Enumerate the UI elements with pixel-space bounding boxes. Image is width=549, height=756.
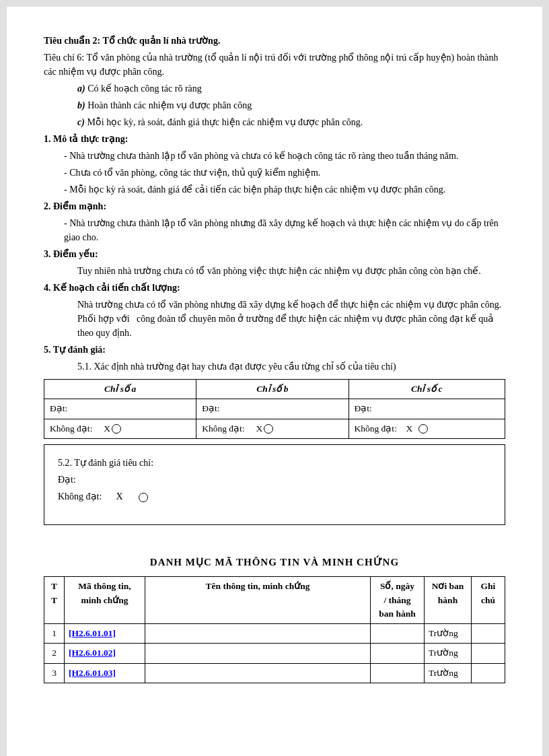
section1-p2: - Chưa có tổ văn phòng, công tác thư việ…: [64, 166, 505, 180]
row3-tt: 3: [44, 663, 65, 683]
row2-c: Không đạt: X: [349, 419, 505, 438]
row2-tt: 2: [44, 644, 65, 663]
row2-ten: [145, 644, 371, 663]
section5-title: 5. Tự đánh giá:: [44, 343, 505, 357]
criteria-table: Chỉ số a Chỉ số b Chỉ số c Đạt: Đạt: Đạt…: [44, 379, 505, 439]
col-noi: Nơi banhành: [425, 577, 472, 624]
circle-icon-c: [418, 424, 428, 434]
section1-title: 1. Mô tả thực trạng:: [44, 132, 505, 146]
section1-p1: - Nhà trường chưa thành lập tổ văn phòng…: [64, 149, 505, 163]
circle-icon-a: [112, 424, 121, 434]
section4-title: 4. Kế hoạch cải tiến chất lượng:: [44, 281, 505, 295]
row1-so-ngay: [371, 624, 425, 644]
col-ghi-chu: Ghichú: [472, 577, 505, 624]
section-sub: Tiêu chí 6: Tổ văn phòng của nhà trường …: [44, 50, 505, 79]
row3-ghi-chu: [472, 663, 505, 683]
row2-so-ngay: [371, 644, 425, 663]
section4-p1: Nhà trường chưa có tổ văn phòng nhưng đã…: [77, 298, 505, 340]
self-eval-dat: Đạt:: [58, 473, 491, 487]
section3-p1: Tuy nhiên nhà trường chưa có tổ văn phòn…: [77, 264, 505, 278]
section2-p1: - Nhà trường chưa thành lập tổ văn phòng…: [64, 216, 505, 244]
table-row: 2 [H2.6.01.02] Trường: [44, 644, 505, 663]
section-heading: Tiêu chuẩn 2: Tổ chức quản lí nhà trường…: [44, 34, 505, 48]
col-header-c: Chỉ số c: [349, 380, 505, 399]
self-eval-box: 5.2. Tự đánh giá tiêu chí: Đạt: Không đạ…: [44, 444, 505, 525]
row1-ghi-chu: [472, 624, 505, 644]
row1-c: Đạt:: [349, 399, 505, 419]
col-header-a: Chỉ số a: [44, 380, 196, 399]
row1-a: Đạt:: [44, 399, 196, 419]
table-row: 3 [H2.6.01.03] Trường: [44, 663, 505, 683]
page: Tiêu chuẩn 2: Tổ chức quản lí nhà trường…: [7, 7, 542, 756]
section5-sub: 5.1. Xác định nhà trường đạt hay chưa đạ…: [77, 359, 505, 374]
row2-noi: Trường: [425, 644, 472, 663]
row3-ten: [145, 663, 371, 683]
row3-noi: Trường: [425, 663, 472, 683]
row2-ma: [H2.6.01.02]: [65, 644, 145, 663]
circle-icon-self-eval: [139, 493, 148, 502]
row3-ma: [H2.6.01.03]: [65, 663, 145, 683]
col-ten: Tên thông tin, minh chứng: [145, 577, 371, 624]
section3-title: 3. Điểm yếu:: [44, 247, 505, 261]
row2-a: Không đạt: X: [44, 419, 196, 438]
row1-tt: 1: [44, 624, 65, 644]
col-tt: TT: [44, 577, 65, 624]
col-so-ngay: Số, ngày/ thángban hành: [371, 577, 425, 624]
section2-title: 2. Điểm mạnh:: [44, 199, 505, 213]
danh-muc-title: DANH MỤC MÃ THÔNG TIN VÀ MINH CHỨNG: [44, 555, 505, 570]
criteria-a: a) Có kế hoạch công tác rõ ràng: [77, 81, 505, 96]
evidence-table: TT Mã thông tin,minh chứng Tên thông tin…: [44, 576, 505, 683]
criteria-b: b) Hoàn thành các nhiệm vụ được phân côn…: [77, 98, 505, 112]
self-eval-52-title: 5.2. Tự đánh giá tiêu chí:: [58, 456, 491, 470]
row1-b: Đạt:: [196, 399, 349, 419]
row1-noi: Trường: [425, 624, 472, 644]
self-eval-khongdat: Không đạt: X: [58, 489, 491, 504]
circle-icon-b: [264, 424, 273, 434]
criteria-c: c) Mỗi học kỳ, rà soát, đánh giá thực hi…: [77, 115, 505, 129]
col-ma: Mã thông tin,minh chứng: [65, 577, 145, 624]
row1-ma: [H2.6.01.01]: [65, 624, 145, 644]
col-header-b: Chỉ số b: [196, 380, 349, 399]
row1-ten: [145, 624, 371, 644]
table-row: 1 [H2.6.01.01] Trường: [44, 624, 505, 644]
row2-b: Không đạt: X: [196, 419, 349, 438]
row3-so-ngay: [371, 663, 425, 683]
row2-ghi-chu: [472, 644, 505, 663]
section1-p3: - Mỗi học kỳ rà soát, đánh giá để cải ti…: [64, 182, 505, 197]
